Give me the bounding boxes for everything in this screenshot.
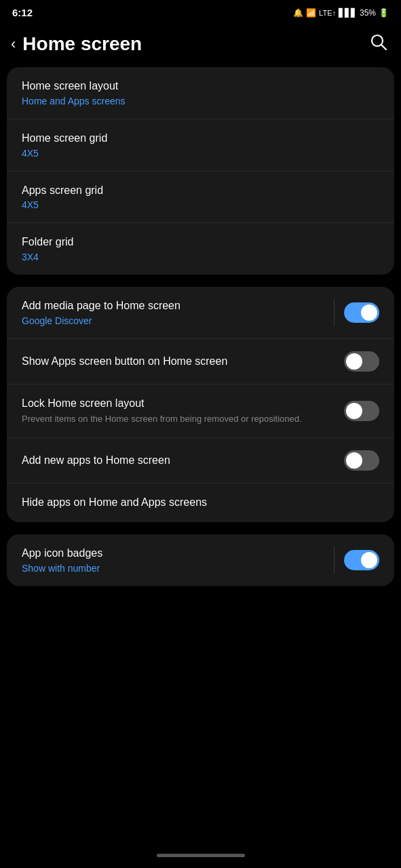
app-icon-badges-subtitle: Show with number (22, 563, 327, 574)
section-layout: Home screen layout Home and Apps screens… (7, 67, 394, 275)
add-media-page-subtitle: Google Discover (22, 315, 327, 326)
battery-text: 35% (360, 8, 376, 18)
navigation-bar (0, 847, 401, 868)
show-apps-button-item[interactable]: Show Apps screen button on Home screen (7, 339, 394, 384)
back-button[interactable]: ‹ (11, 35, 16, 53)
home-screen-layout-title: Home screen layout (22, 79, 379, 94)
add-new-apps-toggle[interactable] (344, 450, 379, 471)
section-badges: App icon badges Show with number (7, 534, 394, 586)
home-screen-grid-subtitle: 4X5 (22, 148, 379, 159)
app-icon-badges-toggle[interactable] (344, 550, 379, 570)
toggle-divider (334, 299, 335, 326)
hide-apps-item[interactable]: Hide apps on Home and Apps screens (7, 484, 394, 522)
show-apps-button-title: Show Apps screen button on Home screen (22, 355, 344, 369)
apps-screen-grid-title: Apps screen grid (22, 184, 379, 198)
apps-screen-grid-subtitle: 4X5 (22, 199, 379, 210)
home-screen-grid-title: Home screen grid (22, 132, 379, 146)
add-new-apps-item[interactable]: Add new apps to Home screen (7, 438, 394, 484)
home-screen-layout-item[interactable]: Home screen layout Home and Apps screens (7, 67, 394, 119)
hide-apps-title: Hide apps on Home and Apps screens (22, 496, 379, 510)
add-media-page-item[interactable]: Add media page to Home screen Google Dis… (7, 287, 394, 339)
folder-grid-title: Folder grid (22, 235, 379, 250)
section-toggles: Add media page to Home screen Google Dis… (7, 287, 394, 522)
add-new-apps-title: Add new apps to Home screen (22, 454, 344, 468)
show-apps-button-toggle[interactable] (344, 351, 379, 372)
apps-screen-grid-item[interactable]: Apps screen grid 4X5 (7, 172, 394, 224)
home-screen-layout-subtitle: Home and Apps screens (22, 96, 379, 106)
app-icon-badges-title: App icon badges (22, 547, 327, 561)
header: ‹ Home screen (0, 22, 401, 67)
search-button[interactable] (370, 33, 387, 55)
add-media-page-title: Add media page to Home screen (22, 299, 327, 313)
folder-grid-item[interactable]: Folder grid 3X4 (7, 223, 394, 275)
battery-icon: 🔋 (379, 8, 389, 18)
folder-grid-subtitle: 3X4 (22, 252, 379, 262)
lock-layout-toggle[interactable] (344, 401, 379, 421)
lock-layout-title: Lock Home screen layout (22, 397, 344, 411)
alarm-icon: 🔔 (293, 8, 303, 18)
badges-divider (334, 547, 335, 574)
home-screen-grid-item[interactable]: Home screen grid 4X5 (7, 119, 394, 172)
lock-layout-item[interactable]: Lock Home screen layout Prevent items on… (7, 384, 394, 438)
page-title: Home screen (22, 33, 142, 55)
svg-point-0 (372, 35, 383, 46)
nav-pill (157, 854, 245, 857)
time: 6:12 (12, 7, 33, 18)
status-icons: 🔔 📶 LTE↑ ▋▋▋ 35% 🔋 (293, 8, 389, 18)
svg-line-1 (382, 45, 387, 50)
signal-icon: ▋▋▋ (339, 8, 357, 18)
add-media-page-toggle[interactable] (344, 302, 379, 323)
lock-layout-description: Prevent items on the Home screen from be… (22, 413, 344, 425)
header-left: ‹ Home screen (11, 33, 142, 55)
app-icon-badges-item[interactable]: App icon badges Show with number (7, 534, 394, 586)
status-bar: 6:12 🔔 📶 LTE↑ ▋▋▋ 35% 🔋 (0, 0, 401, 22)
wifi-icon: 📶 (306, 8, 316, 18)
lte-icon: LTE↑ (319, 9, 336, 17)
